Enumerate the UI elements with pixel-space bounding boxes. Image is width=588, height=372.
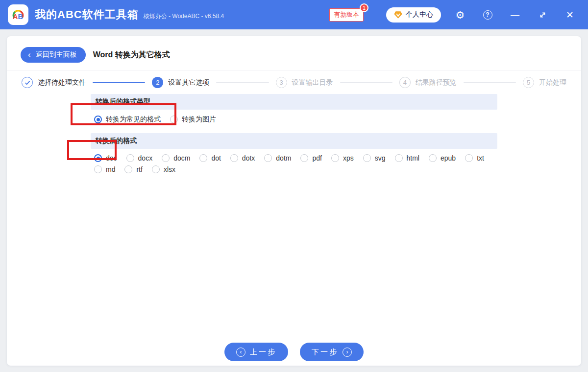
target-format-options-row2: md rtf xlsx: [91, 162, 497, 173]
close-button[interactable]: ✕: [562, 6, 578, 23]
format-type-options: 转换为常见的格式 转换为图片: [91, 110, 497, 124]
radio-format-html[interactable]: html: [395, 154, 419, 162]
svg-text:A: A: [13, 13, 18, 21]
radio-unselected-icon: [429, 154, 437, 162]
radio-label: epub: [441, 154, 456, 162]
radio-unselected-icon: [230, 154, 238, 162]
radio-label: docx: [138, 154, 153, 162]
radio-label: docm: [173, 154, 190, 162]
radio-unselected-icon: [152, 165, 160, 173]
target-format-options-row1: doc docx docm dot dotx: [91, 149, 497, 162]
radio-format-dotx[interactable]: dotx: [230, 154, 255, 162]
radio-common-format[interactable]: 转换为常见的格式: [94, 115, 161, 124]
radio-format-dotm[interactable]: dotm: [264, 154, 291, 162]
settings-gear-icon[interactable]: ⚙: [452, 6, 468, 23]
radio-label: svg: [375, 154, 386, 162]
radio-unselected-icon: [363, 154, 371, 162]
chevron-left-icon: ‹: [28, 50, 31, 59]
radio-image-format[interactable]: 转换为图片: [170, 115, 216, 124]
radio-format-txt[interactable]: txt: [465, 154, 484, 162]
radio-selected-icon: [94, 116, 102, 123]
step-1-select-files: 选择待处理文件: [22, 77, 86, 88]
step-connector: [216, 82, 269, 83]
panel-header: ‹ 返回到主面板 Word 转换为其它格式: [7, 36, 581, 70]
chevron-right-circle-icon: ›: [343, 348, 352, 357]
options-area: 转换后的格式类型 转换为常见的格式 转换为图片 转换后的格式 doc: [91, 94, 497, 173]
app-logo-icon: A B: [8, 4, 28, 25]
radio-unselected-icon: [395, 154, 403, 162]
help-icon[interactable]: ?: [479, 6, 496, 23]
radio-format-xlsx[interactable]: xlsx: [152, 165, 175, 173]
minimize-button[interactable]: —: [507, 6, 523, 23]
step-indicator: 选择待处理文件 2 设置其它选项 3 设置输出目录 4 结果路径预览 5 开始处…: [7, 70, 581, 94]
page-title: Word 转换为其它格式: [93, 50, 170, 60]
step-check-icon: [22, 77, 33, 88]
step-3-output-dir: 3 设置输出目录: [276, 77, 333, 88]
radio-format-dot[interactable]: dot: [199, 154, 220, 162]
back-button-label: 返回到主面板: [36, 50, 77, 59]
radio-label: doc: [106, 154, 117, 162]
radio-format-epub[interactable]: epub: [429, 154, 456, 162]
radio-label: xps: [343, 154, 354, 162]
radio-label: xlsx: [164, 165, 175, 173]
radio-format-docx[interactable]: docx: [126, 154, 153, 162]
radio-format-doc[interactable]: doc: [94, 154, 117, 162]
radio-format-pdf[interactable]: pdf: [300, 154, 321, 162]
main-panel: ‹ 返回到主面板 Word 转换为其它格式 选择待处理文件 2 设置其它选项 3…: [7, 36, 581, 366]
section-format-type: 转换后的格式类型 转换为常见的格式 转换为图片: [91, 94, 497, 124]
radio-unselected-icon: [170, 116, 178, 123]
radio-label: dotx: [242, 154, 255, 162]
radio-label: html: [407, 154, 419, 162]
profile-center-button[interactable]: 个人中心: [386, 7, 441, 23]
step-connector: [464, 82, 516, 83]
profile-center-label: 个人中心: [406, 10, 433, 19]
chevron-left-circle-icon: ‹: [236, 348, 245, 357]
radio-selected-icon: [94, 154, 102, 162]
section-title: 转换后的格式: [91, 133, 497, 149]
radio-format-rtf[interactable]: rtf: [124, 165, 142, 173]
radio-format-svg[interactable]: svg: [363, 154, 386, 162]
radio-label: 转换为常见的格式: [106, 115, 161, 124]
prev-step-label: 上一步: [250, 348, 276, 357]
radio-unselected-icon: [465, 154, 473, 162]
radio-label: dot: [211, 154, 220, 162]
section-target-format: 转换后的格式 doc docx docm dot: [91, 133, 497, 173]
radio-unselected-icon: [162, 154, 170, 162]
radio-format-docm[interactable]: docm: [162, 154, 190, 162]
radio-label: dotm: [276, 154, 291, 162]
app-title: 我的ABC软件工具箱: [35, 7, 139, 22]
next-step-button[interactable]: 下一步 ›: [300, 343, 364, 361]
radio-label: rtf: [136, 165, 142, 173]
app-subtitle: 核烁办公 - WodeABC - v6.58.4: [144, 9, 224, 21]
new-version-button[interactable]: 有新版本: [329, 8, 364, 22]
section-title: 转换后的格式类型: [91, 94, 497, 110]
next-step-label: 下一步: [312, 348, 338, 357]
radio-unselected-icon: [94, 165, 102, 173]
radio-unselected-icon: [331, 154, 339, 162]
radio-label: md: [106, 165, 115, 173]
radio-label: pdf: [312, 154, 321, 162]
vip-gem-icon: [394, 11, 402, 19]
prev-step-button[interactable]: ‹ 上一步: [224, 343, 288, 361]
radio-format-xps[interactable]: xps: [331, 154, 354, 162]
back-to-dashboard-button[interactable]: ‹ 返回到主面板: [21, 47, 86, 63]
step-5-start: 5 开始处理: [523, 77, 566, 88]
step-4-path-preview: 4 结果路径预览: [399, 77, 457, 88]
step-2-options: 2 设置其它选项: [152, 77, 209, 88]
radio-unselected-icon: [300, 154, 308, 162]
radio-unselected-icon: [264, 154, 272, 162]
wizard-footer: ‹ 上一步 下一步 ›: [7, 343, 581, 361]
radio-unselected-icon: [199, 154, 207, 162]
radio-unselected-icon: [126, 154, 134, 162]
radio-format-md[interactable]: md: [94, 165, 115, 173]
svg-text:B: B: [18, 13, 23, 21]
step-connector: [340, 82, 392, 83]
radio-label: 转换为图片: [182, 115, 216, 124]
titlebar: A B 我的ABC软件工具箱 核烁办公 - WodeABC - v6.58.4 …: [0, 0, 588, 29]
notification-badge: 1: [360, 3, 368, 12]
maximize-button[interactable]: [534, 6, 551, 23]
radio-unselected-icon: [124, 165, 132, 173]
radio-label: txt: [477, 154, 484, 162]
step-connector: [93, 82, 145, 83]
